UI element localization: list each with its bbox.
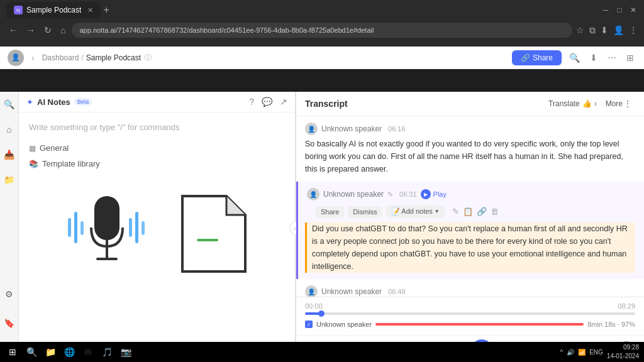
speaker-track-bar bbox=[375, 323, 584, 326]
translate-label: Translate bbox=[548, 99, 580, 108]
share-segment-btn[interactable]: Share bbox=[316, 206, 344, 217]
taskbar-music-icon[interactable]: 🎵 bbox=[99, 344, 114, 359]
timeline-bar-container[interactable] bbox=[305, 312, 635, 315]
taskbar-mail-icon[interactable]: ✉ bbox=[80, 344, 96, 359]
speaker-track: ✓ Unknown speaker 8min 18s · 97% bbox=[305, 319, 635, 330]
address-text: app.notta.ai/714746274767868732/dashboar… bbox=[79, 26, 374, 34]
transcript-panel: Transcript Translate 👍 › More ⋮ 👤 Unknow… bbox=[296, 92, 644, 362]
taskbar-edge-icon[interactable]: 🌐 bbox=[62, 344, 77, 359]
profile-btn[interactable]: 👤 bbox=[613, 25, 624, 35]
timeline-bar[interactable] bbox=[305, 312, 635, 315]
transcript-segment-3: 👤 Unknown speaker 06:48 As you can see t… bbox=[296, 279, 644, 297]
sidebar-folder-icon[interactable]: 📁 bbox=[2, 172, 17, 187]
speaker-track-info: 8min 18s · 97% bbox=[587, 321, 635, 328]
dismiss-segment-btn[interactable]: Dismiss bbox=[348, 206, 382, 217]
more-menu-icon: ⋮ bbox=[624, 99, 631, 108]
minimize-btn[interactable]: ─ bbox=[601, 6, 610, 14]
window-controls: ─ □ ✕ bbox=[601, 6, 638, 14]
mic-illustration bbox=[26, 171, 287, 297]
sidebar-bookmark-icon[interactable]: 🔖 bbox=[2, 315, 17, 331]
active-browser-tab[interactable]: N Sample Podcast ✕ bbox=[6, 2, 101, 18]
general-label: General bbox=[40, 143, 69, 153]
more-action-btn[interactable]: ⋯ bbox=[605, 50, 619, 65]
notes-help-btn[interactable]: ? bbox=[249, 97, 254, 107]
active-toolbar: Share Dismiss 📝 Add notes ▼ ✎ 📋 🔗 🗑 bbox=[307, 203, 635, 222]
play-small-btn[interactable]: ▶ bbox=[421, 189, 431, 199]
user-avatar[interactable]: 👤 bbox=[8, 50, 24, 66]
bookmark-btn[interactable]: ☆ bbox=[576, 25, 584, 35]
app-main-container: 🔍 ⌂ 📥 📁 ⚙ 🔖 🗑 ✦ AI Notes Beta ? 💬 ↗ Writ… bbox=[0, 92, 644, 362]
tab-label: Sample Podcast bbox=[26, 6, 81, 14]
tray-speaker-icon[interactable]: 🔊 bbox=[567, 349, 574, 356]
delete-seg-icon[interactable]: 🗑 bbox=[491, 207, 499, 216]
tray-expand-icon[interactable]: ^ bbox=[560, 349, 563, 356]
notes-export-btn[interactable]: ↗ bbox=[280, 97, 287, 107]
dashboard-link[interactable]: Dashboard bbox=[42, 53, 79, 62]
home-btn[interactable]: ⌂ bbox=[58, 24, 68, 36]
address-bar[interactable]: app.notta.ai/714746274767868732/dashboar… bbox=[72, 23, 572, 38]
current-time: 00:00 bbox=[305, 302, 323, 310]
share-icon: 🔗 bbox=[521, 53, 530, 62]
speaker-avatar-3: 👤 bbox=[305, 285, 318, 297]
notes-placeholder[interactable]: Write something or type "/" for commands bbox=[26, 120, 287, 134]
segment-text-1[interactable]: So basically AI is not exactly good if y… bbox=[305, 138, 635, 175]
taskbar-search-icon[interactable]: 🔍 bbox=[24, 344, 39, 359]
start-button[interactable]: ⊞ bbox=[5, 346, 20, 358]
menu-btn[interactable]: ⋮ bbox=[629, 25, 638, 35]
speaker-line-1: 👤 Unknown speaker 06:16 bbox=[305, 123, 635, 135]
add-notes-dropdown[interactable]: 📝 Add notes ▼ bbox=[386, 206, 445, 217]
edit-icon-2[interactable]: ✎ bbox=[387, 190, 393, 199]
grid-action-btn[interactable]: ⊞ bbox=[624, 50, 636, 65]
new-tab-btn[interactable]: + bbox=[103, 4, 109, 16]
browser-chrome: N Sample Podcast ✕ + ─ □ ✕ ← → ↻ ⌂ app.n… bbox=[0, 0, 644, 47]
more-button[interactable]: More ⋮ bbox=[602, 97, 635, 111]
taskbar-files-icon[interactable]: 📁 bbox=[43, 344, 58, 359]
beta-badge: Beta bbox=[74, 98, 92, 106]
notes-general-item[interactable]: ▦ General bbox=[26, 140, 287, 156]
template-library-item[interactable]: 📚 Template library bbox=[26, 156, 287, 171]
timeline-section: 00:00 08:29 ✓ Unknown speaker 8min 18s ·… bbox=[296, 297, 644, 335]
svg-rect-1 bbox=[74, 212, 77, 243]
note-document-svg bbox=[176, 190, 252, 278]
sidebar-inbox-icon[interactable]: 📥 bbox=[2, 147, 17, 162]
copy-seg-icon[interactable]: 📋 bbox=[463, 207, 473, 216]
tab-close-btn[interactable]: ✕ bbox=[87, 6, 93, 14]
edit-seg-icon[interactable]: ✎ bbox=[452, 207, 459, 216]
sidebar-toggle-btn[interactable]: › bbox=[31, 53, 35, 63]
speaker-checkbox[interactable]: ✓ bbox=[305, 321, 313, 328]
sidebar-search-icon[interactable]: 🔍 bbox=[2, 97, 17, 112]
browser-addressbar: ← → ↻ ⌂ app.notta.ai/714746274767868732/… bbox=[0, 20, 644, 40]
taskbar-clock: 09:28 14-01-2024 bbox=[607, 343, 639, 361]
taskbar-photo-icon[interactable]: 📷 bbox=[118, 344, 133, 359]
translate-emoji-icon: 👍 bbox=[582, 99, 592, 108]
back-btn[interactable]: ← bbox=[6, 24, 20, 36]
search-action-btn[interactable]: 🔍 bbox=[567, 50, 582, 65]
play-label: Play bbox=[433, 190, 447, 198]
download-btn[interactable]: ⬇ bbox=[601, 25, 608, 35]
extensions-btn[interactable]: ⧉ bbox=[589, 25, 596, 36]
transcript-content: 👤 Unknown speaker 06:16 So basically AI … bbox=[296, 116, 644, 297]
speaker-avatar-1: 👤 bbox=[305, 123, 318, 135]
close-btn[interactable]: ✕ bbox=[629, 6, 638, 14]
play-indicator[interactable]: ▶ Play bbox=[421, 189, 447, 199]
speaker-name-1: Unknown speaker bbox=[321, 124, 382, 133]
forward-btn[interactable]: → bbox=[24, 24, 38, 36]
maximize-btn[interactable]: □ bbox=[615, 6, 624, 14]
transcript-title: Transcript bbox=[305, 99, 348, 109]
timeline-thumb[interactable] bbox=[318, 310, 325, 317]
sidebar-settings-icon[interactable]: ⚙ bbox=[2, 287, 17, 302]
sidebar-home-icon[interactable]: ⌂ bbox=[2, 122, 17, 137]
notes-title-row: ✦ AI Notes Beta bbox=[26, 97, 92, 107]
tray-wifi-icon[interactable]: 📶 bbox=[578, 349, 586, 356]
link-seg-icon[interactable]: 🔗 bbox=[477, 207, 487, 216]
reload-btn[interactable]: ↻ bbox=[42, 24, 54, 36]
ai-notes-icon: ✦ bbox=[26, 97, 33, 107]
download-action-btn[interactable]: ⬇ bbox=[587, 50, 600, 65]
notes-comment-btn[interactable]: 💬 bbox=[262, 97, 272, 107]
segment-text-2[interactable]: Did you use chatGBT to do that? So you c… bbox=[305, 222, 635, 273]
template-icon: 📚 bbox=[29, 160, 38, 168]
share-button[interactable]: 🔗 Share bbox=[512, 50, 562, 65]
info-icon[interactable]: ⓘ bbox=[145, 53, 152, 62]
add-notes-btn[interactable]: 📝 Add notes ▼ bbox=[386, 206, 445, 217]
translate-button[interactable]: Translate 👍 › bbox=[548, 99, 597, 108]
